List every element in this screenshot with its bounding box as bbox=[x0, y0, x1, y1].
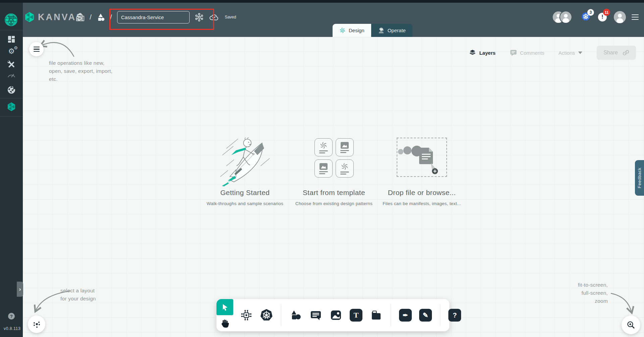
workspace-shapes-icon[interactable] bbox=[97, 13, 105, 21]
template-thumb-image bbox=[314, 159, 333, 178]
design-name-input[interactable] bbox=[117, 11, 190, 23]
sidebar-item-configuration[interactable] bbox=[0, 59, 23, 70]
breadcrumb: / / Saved bbox=[76, 0, 236, 34]
toolbar-tools: T ✒ ✎ ? bbox=[235, 304, 461, 326]
start-from-template-card[interactable]: Start from template Choose from existing… bbox=[294, 134, 374, 206]
drop-zone[interactable] bbox=[397, 138, 447, 177]
annotation-file-operations: file operations like new, open, save, ex… bbox=[49, 59, 112, 83]
collaborator-avatars[interactable] bbox=[553, 11, 572, 23]
toolbar-divider bbox=[440, 304, 440, 326]
canvas-menu-button[interactable] bbox=[29, 42, 44, 56]
kanvas-app: ⚙⚙ bbox=[0, 0, 644, 337]
component-tool[interactable] bbox=[240, 309, 253, 322]
actions-dropdown[interactable]: Actions bbox=[558, 50, 583, 56]
hand-icon bbox=[221, 319, 229, 328]
comments-button[interactable]: Comments bbox=[510, 49, 545, 56]
image-tool-icon bbox=[330, 309, 342, 321]
card-title: Getting Started bbox=[205, 189, 285, 197]
mode-tabs: Design Operate bbox=[333, 24, 412, 37]
drop-file-card[interactable]: Drop file or browse... Files can be mani… bbox=[382, 134, 462, 206]
tab-design[interactable]: Design bbox=[333, 24, 371, 37]
kanvas-logo-icon bbox=[24, 11, 35, 23]
card-subtitle: Files can be manifests, images, text... bbox=[382, 201, 462, 206]
pointer-tools bbox=[216, 299, 233, 331]
header-menu-icon[interactable] bbox=[630, 13, 640, 21]
image-tool[interactable] bbox=[330, 309, 342, 322]
template-thumbnails bbox=[314, 138, 354, 178]
canvas-actions-bar: Layers Comments Actions Share bbox=[469, 45, 636, 60]
tab-operate[interactable]: Operate bbox=[371, 24, 412, 37]
toolbar-help-button[interactable]: ? bbox=[448, 309, 461, 322]
template-thumb-image bbox=[336, 138, 354, 156]
edge-pen-tool[interactable]: ✒ bbox=[399, 309, 412, 322]
drop-file-illustration bbox=[397, 138, 446, 176]
annotation-layout: select a layout for your design bbox=[60, 287, 96, 303]
sidebar-item-dashboard[interactable] bbox=[0, 34, 23, 45]
text-tool[interactable]: T bbox=[350, 309, 362, 322]
breadcrumb-separator: / bbox=[90, 13, 92, 21]
organization-icon[interactable] bbox=[76, 12, 85, 22]
comment-tool[interactable] bbox=[309, 309, 322, 322]
zoom-button[interactable] bbox=[622, 316, 640, 334]
crossed-tools-icon bbox=[7, 60, 16, 69]
design-nodes-icon[interactable] bbox=[195, 13, 204, 22]
group-node-icon bbox=[370, 309, 382, 321]
sidebar-item-extensions[interactable] bbox=[0, 85, 23, 95]
zoom-in-icon bbox=[626, 320, 636, 330]
kubernetes-tool[interactable] bbox=[260, 309, 273, 322]
help-button[interactable]: ? bbox=[8, 313, 15, 320]
layers-button[interactable]: Layers bbox=[469, 49, 495, 56]
toolbar-divider bbox=[391, 304, 391, 326]
design-canvas[interactable]: file operations like new, open, save, ex… bbox=[23, 37, 644, 337]
gears-icon: ⚙⚙ bbox=[8, 48, 15, 55]
collaborator-avatar[interactable] bbox=[560, 11, 572, 23]
tab-operate-label: Operate bbox=[388, 28, 406, 33]
getting-started-card[interactable]: Getting Started Walk-throughs and sample… bbox=[205, 134, 285, 206]
shapes-tool[interactable] bbox=[289, 309, 302, 322]
sidebar-divider bbox=[0, 30, 23, 30]
text-tool-glyph: T bbox=[354, 311, 359, 320]
sidebar-expand-button[interactable]: › bbox=[17, 282, 23, 297]
bottom-toolbar: T ✒ ✎ ? bbox=[216, 299, 449, 331]
sidebar-item-performance[interactable] bbox=[0, 70, 23, 81]
sidebar-item-lifecycle[interactable]: ⚙⚙ bbox=[0, 46, 23, 57]
image-icon bbox=[340, 142, 349, 149]
sidebar-divider bbox=[0, 116, 23, 117]
chevron-down-icon bbox=[578, 51, 583, 54]
user-avatar[interactable] bbox=[614, 11, 626, 23]
freehand-draw-tool[interactable]: ✎ bbox=[419, 309, 432, 322]
link-icon bbox=[623, 49, 629, 56]
save-status: Saved bbox=[225, 15, 236, 19]
card-title: Start from template bbox=[294, 189, 374, 197]
operate-headset-icon bbox=[378, 27, 385, 34]
group-tool[interactable] bbox=[370, 309, 383, 322]
image-icon bbox=[319, 163, 328, 170]
notifications-button[interactable]: ! 11 bbox=[598, 13, 607, 21]
layer5-logo-icon[interactable] bbox=[4, 12, 18, 27]
pan-tool[interactable] bbox=[216, 315, 233, 331]
top-strip bbox=[0, 0, 644, 3]
pencil-icon: ✎ bbox=[423, 311, 429, 319]
gauge-icon bbox=[7, 71, 16, 79]
share-button[interactable]: Share bbox=[597, 46, 636, 60]
pinwheel-icon bbox=[341, 162, 349, 171]
card-subtitle: Choose from existing design patterns bbox=[294, 201, 374, 206]
select-tool[interactable] bbox=[216, 299, 233, 315]
brand[interactable]: KANVAS bbox=[24, 0, 84, 34]
feedback-label: Feedback bbox=[637, 167, 642, 188]
kubernetes-context-switcher[interactable]: 3 bbox=[581, 12, 590, 22]
layout-graph-icon bbox=[32, 320, 41, 329]
feedback-tab[interactable]: Feedback bbox=[635, 160, 644, 196]
dashboard-icon bbox=[7, 35, 16, 44]
comments-icon bbox=[510, 49, 517, 56]
kanvas-hexagon-icon bbox=[6, 102, 16, 112]
sidebar-item-kanvas[interactable] bbox=[0, 101, 23, 112]
header: KANVAS / / bbox=[23, 0, 644, 37]
card-subtitle: Walk-throughs and sample scenarios bbox=[205, 201, 285, 206]
layout-selector-button[interactable] bbox=[28, 316, 45, 333]
pen-icon: ✒ bbox=[403, 311, 408, 319]
version-label: v0.8.113 bbox=[4, 326, 20, 331]
design-pinwheel-icon bbox=[339, 27, 346, 34]
template-thumb-design bbox=[314, 138, 333, 156]
cloud-saved-icon[interactable] bbox=[209, 13, 219, 22]
